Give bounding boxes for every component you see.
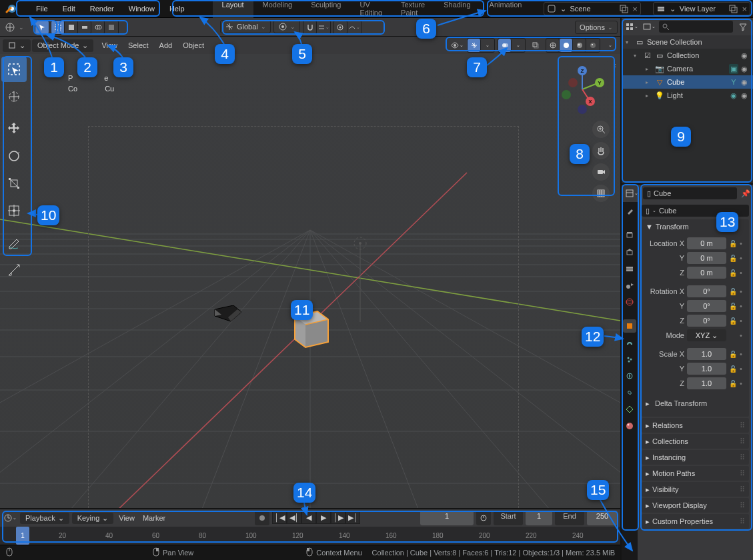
lock-icon[interactable]: 🔓: [729, 317, 737, 325]
display-mode-icon[interactable]: ⌄: [642, 19, 656, 34]
viewlayer-tab-icon[interactable]: [623, 262, 636, 275]
select-box-tool[interactable]: [1, 57, 27, 82]
rotation-x-field[interactable]: 0°: [687, 285, 726, 297]
modifiers-tab-icon[interactable]: [623, 336, 636, 349]
filter-icon[interactable]: [736, 19, 750, 34]
rotation-y-field[interactable]: 0°: [687, 300, 726, 312]
matprev-shading-icon[interactable]: [573, 39, 586, 52]
camera-data-icon[interactable]: ▣: [729, 64, 738, 74]
outliner-item-camera[interactable]: ▸ 📷 Camera ▣ ◉: [622, 62, 753, 75]
scale-y-field[interactable]: 1.0: [687, 363, 726, 375]
menu-help[interactable]: Help: [163, 2, 191, 15]
neg-z-axis-ball[interactable]: [578, 105, 587, 114]
data-tab-icon[interactable]: [623, 403, 636, 416]
autokey-icon[interactable]: [255, 511, 269, 525]
overlays-opts-icon[interactable]: ⌄: [512, 39, 525, 52]
3d-viewport[interactable]: P e Co Cu: [0, 54, 620, 508]
box-select-icon[interactable]: [51, 21, 65, 34]
location-z-field[interactable]: 0 m: [687, 267, 726, 279]
lock-icon[interactable]: 🔓: [729, 303, 737, 310]
lock-icon[interactable]: 🔓: [729, 240, 737, 247]
close-icon[interactable]: ×: [632, 4, 638, 14]
outliner-item-cube[interactable]: ▸ ▽ Cube Y ◉: [622, 75, 753, 89]
object-menu[interactable]: Object: [183, 41, 204, 49]
next-keyframe-icon[interactable]: │▶: [331, 511, 345, 524]
camera-view-icon[interactable]: [592, 163, 610, 181]
subtract-select-icon[interactable]: [78, 21, 91, 34]
overlays-toggle-icon[interactable]: [498, 39, 512, 52]
rotate-tool[interactable]: [1, 143, 27, 169]
scale-tool[interactable]: [1, 171, 27, 196]
perspective-icon[interactable]: [592, 185, 610, 202]
object-visibility-icon[interactable]: ⌄: [450, 38, 464, 53]
menu-window[interactable]: Window: [122, 2, 161, 15]
x-axis-ball[interactable]: X: [586, 97, 595, 106]
camera-object[interactable]: [212, 305, 240, 324]
scene-tab-icon[interactable]: [623, 279, 636, 292]
lock-icon[interactable]: 🔓: [729, 365, 737, 373]
proportional-toggle-icon[interactable]: [334, 21, 347, 34]
playback-dropdown[interactable]: Playback⌄: [20, 513, 69, 524]
cursor-tool[interactable]: [1, 84, 27, 109]
orientation-dropdown[interactable]: Global⌄: [220, 20, 271, 33]
play-icon[interactable]: ▶: [316, 511, 331, 524]
lock-icon[interactable]: 🔓: [729, 269, 737, 277]
render-tab-icon[interactable]: [623, 229, 636, 242]
y-axis-ball[interactable]: Y: [595, 78, 604, 87]
annotate-tool[interactable]: [1, 230, 27, 255]
move-tool[interactable]: [1, 116, 27, 141]
instancing-section[interactable]: ▸Instancing⠿: [642, 450, 749, 465]
jump-start-icon[interactable]: │◀: [272, 511, 287, 524]
close-icon[interactable]: ×: [742, 4, 747, 14]
blender-logo-icon[interactable]: [5, 3, 17, 15]
object-tab-icon[interactable]: [623, 319, 636, 333]
location-x-field[interactable]: 0 m: [687, 237, 726, 249]
scale-x-field[interactable]: 1.0: [687, 348, 726, 360]
outliner-tree[interactable]: ▾ ▭ Scene Collection ▾ ☑ ▭ Collection ◉ …: [622, 35, 753, 183]
location-y-field[interactable]: 0 m: [687, 252, 726, 264]
collections-section[interactable]: ▸Collections⠿: [642, 434, 749, 449]
lock-icon[interactable]: 🔓: [729, 380, 737, 387]
motionpaths-section[interactable]: ▸Motion Paths⠿: [642, 466, 749, 481]
rotation-mode-dropdown[interactable]: XYZ ⌄: [687, 329, 726, 341]
outliner-collection[interactable]: ▾ ☑ ▭ Collection ◉: [622, 49, 753, 62]
material-tab-icon[interactable]: [623, 419, 636, 433]
gizmo-opts-icon[interactable]: ⌄: [481, 39, 494, 52]
lock-icon[interactable]: 🔓: [729, 351, 737, 358]
neg-y-axis-ball[interactable]: [562, 90, 571, 99]
pin-icon[interactable]: 📌: [741, 189, 750, 198]
view-menu[interactable]: View: [101, 41, 117, 49]
tl-view-menu[interactable]: View: [119, 514, 135, 522]
gizmo-toggle-icon[interactable]: [468, 39, 481, 52]
mesh-data-icon[interactable]: Y: [729, 78, 738, 86]
world-tab-icon[interactable]: [623, 295, 636, 309]
transform-tool[interactable]: [1, 198, 27, 223]
neg-x-axis-ball[interactable]: [568, 78, 578, 87]
snap-toggle-icon[interactable]: [303, 21, 317, 34]
play-reverse-icon[interactable]: ◀: [301, 511, 316, 524]
options-dropdown[interactable]: Options⌄: [575, 21, 618, 34]
eye-icon[interactable]: ◉: [741, 91, 748, 100]
wireframe-shading-icon[interactable]: [546, 39, 560, 52]
output-tab-icon[interactable]: [623, 245, 636, 259]
invert-select-icon[interactable]: [105, 21, 118, 34]
snap-type-icon[interactable]: ⌄: [317, 21, 330, 34]
current-frame-field[interactable]: 1: [420, 511, 474, 525]
axis-gizmo[interactable]: Z Y X: [556, 63, 608, 115]
pan-icon[interactable]: [592, 142, 610, 159]
menu-file[interactable]: File: [29, 2, 55, 15]
z-axis-ball[interactable]: Z: [578, 66, 587, 75]
xray-icon[interactable]: [528, 38, 543, 53]
intersect-select-icon[interactable]: [91, 21, 105, 34]
keying-dropdown[interactable]: Keying⌄: [72, 513, 114, 524]
measure-tool[interactable]: [1, 257, 27, 283]
tl-marker-menu[interactable]: Marker: [143, 514, 165, 522]
eye-icon[interactable]: ◉: [741, 51, 748, 60]
scene-selector[interactable]: ⌄ Scene ×: [544, 2, 641, 15]
mode-dropdown[interactable]: Object Mode⌄: [32, 39, 93, 52]
particles-tab-icon[interactable]: [623, 353, 636, 366]
duplicate-icon[interactable]: [728, 4, 738, 13]
viewlayer-selector[interactable]: ⌄ View Layer ×: [653, 2, 750, 15]
select-menu[interactable]: Select: [128, 41, 149, 49]
menu-render[interactable]: Render: [83, 2, 121, 15]
